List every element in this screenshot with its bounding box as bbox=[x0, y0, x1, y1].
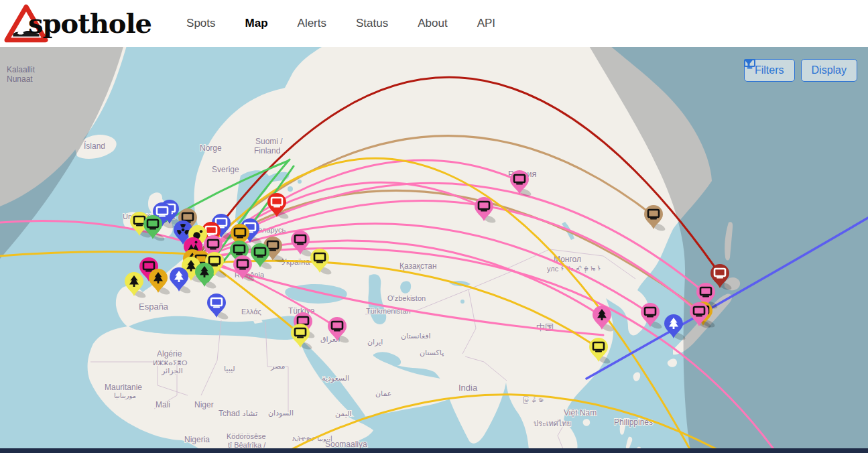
map-label: السودان bbox=[268, 409, 294, 417]
map-lake bbox=[288, 186, 293, 192]
display-label: Display bbox=[812, 64, 847, 76]
map-label: O'zbekiston bbox=[387, 294, 426, 302]
map-label: Algérie bbox=[157, 349, 182, 359]
map-label: پاکستان bbox=[420, 348, 444, 357]
nav-item-alerts[interactable]: Alerts bbox=[298, 17, 326, 30]
map-label: Soomaaliya bbox=[325, 440, 367, 448]
map-label: Mali bbox=[156, 400, 170, 409]
nav-item-status[interactable]: Status bbox=[356, 17, 388, 30]
app-header: spothole SpotsMapAlertsStatusAboutAPI bbox=[0, 0, 868, 47]
map-label: tî Bêafrîka / bbox=[228, 441, 266, 448]
map-label: Norge bbox=[200, 143, 222, 153]
map-label: Ködörösêse bbox=[227, 432, 266, 440]
bottom-bar bbox=[0, 448, 868, 453]
filters-label: Filters bbox=[755, 64, 784, 76]
map-label: عمان bbox=[375, 389, 391, 397]
map-label: España bbox=[139, 302, 169, 312]
map-label: Қазақстан bbox=[399, 261, 437, 271]
map-label: موريتانيا bbox=[114, 392, 136, 399]
nav-item-about[interactable]: About bbox=[418, 17, 447, 30]
map-label: Ísland bbox=[84, 141, 105, 151]
map-label: ประเทศไทย bbox=[534, 419, 571, 428]
map-label: ایران bbox=[367, 338, 383, 346]
map-label: မြန်မာ bbox=[521, 396, 544, 404]
map-label: افغانستان bbox=[401, 332, 431, 340]
world-map[interactable]: KalaallitNunaatÍslandNorgeSverigeSuomi /… bbox=[0, 47, 868, 448]
map-lake bbox=[298, 180, 302, 184]
map-label: Ελλάς bbox=[241, 308, 261, 316]
map-label: Türkmenistan bbox=[366, 307, 411, 315]
map-label: Mauritanie bbox=[105, 383, 142, 392]
map-label: مصر bbox=[270, 362, 286, 371]
map-label: ⵍⵣⵣⴰⵢⴻⵔ bbox=[153, 359, 188, 367]
display-icon bbox=[744, 59, 755, 69]
map-label: Việt Nam bbox=[564, 408, 597, 417]
nav-item-map[interactable]: Map bbox=[245, 17, 268, 30]
map-label: الجزائر bbox=[161, 367, 183, 375]
map-label: Tchad تشاد bbox=[219, 409, 257, 418]
map-label: ليبيا bbox=[224, 365, 235, 373]
display-button[interactable]: Display bbox=[801, 59, 857, 82]
map-label: Niger bbox=[194, 400, 214, 409]
map-label: Sverige bbox=[212, 165, 239, 174]
logo-text: spothole bbox=[28, 10, 151, 37]
map-island bbox=[472, 431, 479, 441]
map-label: Nigeria bbox=[184, 435, 210, 444]
map-controls: Filters Display bbox=[744, 59, 857, 82]
map-label: India bbox=[458, 383, 478, 393]
map-label: Finland bbox=[254, 146, 280, 155]
map-lake bbox=[460, 300, 464, 304]
map-label: Suomi / bbox=[255, 137, 283, 146]
map-container[interactable]: KalaallitNunaatÍslandNorgeSverigeSuomi /… bbox=[0, 47, 868, 448]
map-label: السعودية bbox=[322, 374, 349, 383]
map-label: اليمن bbox=[335, 409, 351, 418]
main-nav: SpotsMapAlertsStatusAboutAPI bbox=[186, 17, 525, 30]
app-logo[interactable]: spothole bbox=[4, 3, 151, 44]
nav-item-spots[interactable]: Spots bbox=[186, 17, 215, 30]
nav-item-api[interactable]: API bbox=[477, 17, 495, 30]
